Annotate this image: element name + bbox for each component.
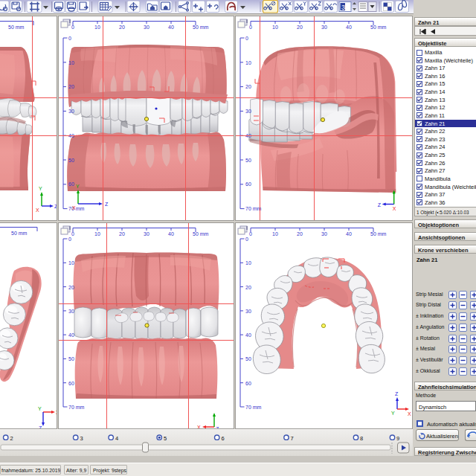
svg-text:0: 0: [68, 36, 71, 41]
svg-text:10: 10: [68, 60, 74, 65]
svg-text:30: 30: [144, 231, 149, 237]
svg-text:40: 40: [346, 25, 352, 30]
svg-text:50 mm: 50 mm: [370, 231, 387, 237]
svg-text:30: 30: [245, 109, 251, 114]
svg-text:2: 2: [10, 435, 13, 442]
svg-text:70 mm: 70 mm: [245, 405, 262, 410]
svg-text:Y: Y: [391, 411, 395, 416]
svg-text:50: 50: [245, 158, 251, 163]
svg-text:30: 30: [144, 25, 149, 30]
svg-text:50 mm: 50 mm: [193, 231, 209, 237]
svg-text:10: 10: [94, 231, 100, 237]
svg-text:50: 50: [68, 158, 74, 163]
svg-text:Z: Z: [54, 204, 57, 209]
svg-text:50 mm: 50 mm: [370, 25, 387, 30]
svg-text:10: 10: [94, 25, 100, 30]
svg-text:0: 0: [245, 36, 248, 41]
svg-text:20: 20: [68, 285, 74, 290]
svg-text:40: 40: [68, 332, 74, 338]
svg-text:X: X: [56, 410, 57, 415]
svg-text:30: 30: [68, 109, 74, 114]
svg-text:10: 10: [68, 260, 74, 266]
svg-text:60: 60: [245, 381, 251, 386]
svg-text:20: 20: [68, 84, 74, 89]
svg-text:50 mm: 50 mm: [193, 25, 209, 30]
svg-text:40: 40: [168, 25, 174, 30]
svg-text:50 mm: 50 mm: [11, 231, 28, 236]
svg-text:70 mm: 70 mm: [68, 206, 85, 211]
svg-text:4: 4: [115, 435, 118, 442]
svg-text:Y: Y: [38, 406, 42, 411]
svg-text:Z: Z: [378, 202, 382, 208]
svg-text:20: 20: [245, 84, 251, 89]
svg-text:30: 30: [245, 309, 251, 314]
svg-text:20: 20: [119, 231, 125, 237]
svg-text:0: 0: [245, 237, 248, 242]
svg-text:70 mm: 70 mm: [68, 405, 85, 410]
svg-text:60: 60: [68, 181, 74, 187]
svg-text:0: 0: [71, 231, 74, 237]
svg-text:40: 40: [245, 332, 251, 338]
svg-text:10: 10: [245, 60, 251, 65]
svg-text:10: 10: [245, 260, 251, 266]
svg-text:0: 0: [249, 231, 252, 237]
svg-text:X: X: [393, 206, 396, 211]
svg-text:Y: Y: [39, 186, 42, 191]
svg-text:20: 20: [119, 25, 125, 30]
svg-text:0: 0: [249, 25, 252, 30]
svg-text:X: X: [408, 411, 411, 416]
svg-text:20: 20: [245, 285, 251, 290]
svg-text:10: 10: [272, 25, 278, 30]
svg-text:30: 30: [321, 231, 327, 237]
svg-text:5: 5: [164, 435, 167, 442]
svg-text:60: 60: [245, 181, 251, 187]
svg-text:70 mm: 70 mm: [245, 206, 262, 211]
svg-text:30: 30: [321, 25, 327, 30]
svg-text:3: 3: [341, 4, 345, 11]
svg-text:40: 40: [168, 231, 174, 237]
svg-text:9: 9: [396, 435, 399, 442]
svg-text:20: 20: [297, 25, 303, 30]
svg-text:0: 0: [68, 237, 71, 242]
svg-text:X: X: [72, 205, 76, 210]
svg-text:3: 3: [80, 435, 83, 442]
svg-text:10: 10: [272, 231, 278, 237]
svg-text:50: 50: [68, 356, 74, 361]
svg-text:8: 8: [360, 435, 363, 442]
svg-text:Y: Y: [76, 184, 80, 189]
svg-text:6: 6: [222, 435, 225, 442]
svg-text:7: 7: [291, 435, 294, 442]
svg-text:X: X: [36, 208, 39, 213]
svg-text:20: 20: [297, 231, 303, 237]
svg-text:30: 30: [68, 309, 74, 314]
svg-text:40: 40: [346, 231, 352, 237]
svg-text:50: 50: [245, 356, 251, 361]
svg-text:Z: Z: [105, 202, 109, 207]
svg-text:Z: Z: [395, 391, 399, 396]
svg-text:50 mm: 50 mm: [8, 25, 25, 30]
svg-text:0: 0: [71, 25, 74, 30]
svg-text:60: 60: [68, 381, 74, 386]
